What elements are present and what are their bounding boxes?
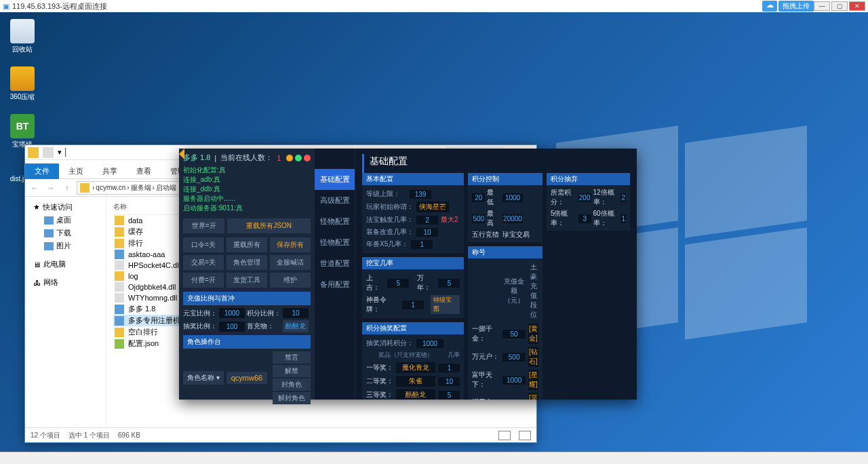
config-app: 多多 1.8 | 当前在线人数： 1 初始化配置:真连接_adb:真连接_ddb… [179,149,637,400]
app-icon [43,147,54,158]
sidebar-thispc[interactable]: 🖥此电脑 [28,258,103,271]
status-bar: 12 个项目 选中 1 个项目 696 KB [25,427,536,442]
sidebar-monster1[interactable]: 怪物配置 [315,211,355,232]
ship-button[interactable]: 发货工具 [226,273,267,288]
file-icon [115,260,124,270]
tab-view[interactable]: 查看 [127,163,161,179]
folder-icon [28,147,39,158]
file-icon [115,250,124,259]
file-icon [115,227,124,237]
nav-fwd-button[interactable]: → [44,181,58,195]
upload-button[interactable]: 拖拽上传 [778,1,814,12]
nav-back-button[interactable]: ← [28,181,41,195]
role-name[interactable]: qcymw66 [226,372,267,384]
tab-home[interactable]: 主页 [59,163,93,179]
log-output: 初始化配置:真连接_adb:真连接_ddb:真服务器启动中......启动服务器… [183,166,311,213]
sidebar-downloads[interactable]: 下载 [28,227,103,239]
file-icon [115,328,124,337]
kouling-toggle[interactable]: 口令=关 [183,237,224,252]
360zip-icon[interactable]: 360压缩 [5,66,39,102]
explorer-sidebar: ★快速访问 桌面 下载 图片 🖥此电脑 🖧网络 [25,197,106,427]
maximize-button[interactable]: ▢ [831,1,848,11]
file-icon [115,305,124,314]
seal-button[interactable]: 封角色 [273,379,311,391]
sidebar-desktop[interactable]: 桌面 [28,214,103,227]
min-icon[interactable] [286,155,293,161]
file-icon [115,216,124,225]
sidebar-world[interactable]: 世道配置 [315,253,355,274]
tab-file[interactable]: 文件 [25,163,59,179]
save-all-button[interactable]: 保存所有 [270,237,311,252]
file-icon [115,239,124,248]
rdp-icon: ▣ [3,2,9,11]
role-header: 角色操作台 [183,335,311,349]
sidebar-quickaccess[interactable]: ★快速访问 [28,201,103,214]
reload-json-button[interactable]: 重载所有JSON [227,218,311,233]
trade-toggle[interactable]: 交易=关 [183,255,224,270]
sidebar-advanced[interactable]: 高级配置 [315,190,355,211]
reload-all-button[interactable]: 重载所有 [226,237,267,252]
ban-button[interactable]: 禁言 [273,351,311,364]
file-icon [115,293,124,303]
sidebar-monster2[interactable]: 怪物配置 [315,232,355,253]
pay-toggle[interactable]: 付费=开 [183,273,224,288]
minimize-button[interactable]: — [814,1,830,11]
role-mgr-button[interactable]: 角色管理 [226,255,267,270]
maint-button[interactable]: 维护 [270,273,311,288]
file-icon [115,339,124,349]
shout-button[interactable]: 全服喊话 [270,255,311,270]
unban-button[interactable]: 解禁 [273,365,311,377]
unseal-button[interactable]: 解封角色 [273,392,311,404]
app-title: 多多 1.8 [183,153,210,163]
recycle-bin-icon[interactable]: 回收站 [5,19,39,54]
page-title: 基础配置 [362,154,630,173]
scrollbar[interactable] [0,452,868,464]
close-button[interactable]: ✕ [849,1,865,11]
role-select[interactable]: 角色名称 ▾ [183,371,224,385]
title-ip: 119.45.63.193 [12,2,60,10]
view-details-button[interactable] [498,431,511,440]
remote-desktop: 回收站 360压缩 BT宝塔线 dist.j ▾ │ 应用程序工具 启动端 文件… [0,12,868,452]
file-icon [115,271,124,281]
file-icon [115,316,124,326]
sidebar-basic[interactable]: 基础配置 [315,169,355,190]
sidebar-pictures[interactable]: 图片 [28,239,103,252]
nav-up-button[interactable]: ↑ [60,181,74,195]
config-sidebar: 基础配置 高级配置 怪物配置 怪物配置 世道配置 备用配置 [315,149,355,400]
cloud-icon[interactable]: ☁ [762,1,777,12]
title-suffix: 远程桌面连接 [62,1,107,12]
close-icon[interactable] [304,155,311,161]
sidebar-backup[interactable]: 备用配置 [315,274,355,295]
remote-desktop-titlebar: ▣ 119.45.63.193 - 远程桌面连接 ☁ 拖拽上传 — ▢ ✕ [0,0,868,12]
sidebar-network[interactable]: 🖧网络 [28,276,103,289]
file-icon [115,282,124,292]
ratio-header: 充值比例与首冲 [183,292,311,305]
world-toggle[interactable]: 世界=开 [183,218,224,233]
max-icon[interactable] [295,155,302,161]
online-count: 1 [277,154,281,162]
tab-share[interactable]: 共享 [93,163,127,179]
view-icons-button[interactable] [519,431,531,440]
